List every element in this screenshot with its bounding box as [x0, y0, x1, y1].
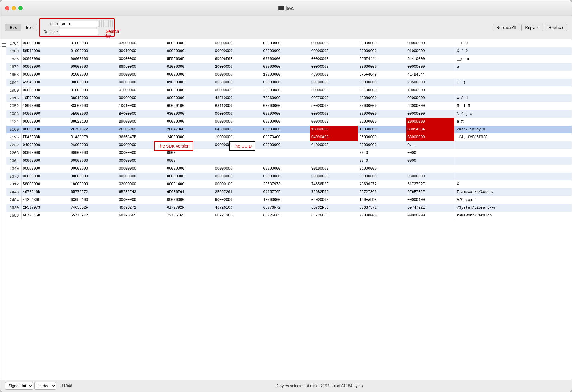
terminal-icon [278, 6, 284, 10]
replace-input[interactable] [59, 29, 98, 35]
hex-cell: 00000000 [358, 39, 406, 47]
text-cell [454, 173, 572, 180]
hex-cell: 00000000 [70, 165, 118, 173]
find-input[interactable] [59, 21, 98, 27]
hex-cell: 24000000 [166, 133, 214, 141]
hex-cell: 205D0000 [406, 79, 454, 86]
text-cell: /usr/lib/dyld [454, 126, 572, 133]
hex-cell-highlighted: B8D1A98A [406, 126, 454, 133]
statusbar-left: Signed Int le, dec -11848 [5, 382, 72, 390]
hex-cell: 01000000 [70, 47, 118, 55]
hex-cell: 07000000 [70, 39, 118, 47]
hex-cell: 00000100 [214, 180, 262, 188]
replace-all-button[interactable]: Replace All [493, 24, 520, 31]
extra-find-2 [101, 20, 102, 27]
hex-cell [262, 157, 310, 165]
extra-find-inputs [99, 20, 113, 27]
hex-cell: 4C696272 [118, 204, 166, 212]
hex-cell: 00 0 [358, 157, 406, 165]
hex-cell: 6172792F [166, 204, 214, 212]
offset-cell: 1980 [6, 86, 21, 94]
hex-cell: 4E4B4544 [406, 71, 454, 79]
hex-cell: 02000000 [118, 180, 166, 188]
hex-cell: 2F6C6962 [118, 126, 166, 133]
hex-cell-highlighted: 04090A00 [310, 133, 358, 141]
maximize-button[interactable] [18, 6, 23, 10]
hex-cell: 01000000 [118, 86, 166, 94]
hex-cell: 65776F72 [70, 188, 118, 196]
text-cell: __comr [454, 55, 572, 63]
hex-cell: 00000000 [310, 55, 358, 63]
hamburger-icon[interactable] [0, 42, 7, 48]
hex-cell: 50000000 [310, 102, 358, 110]
table-row: 2340 00000000 00000000 00000000 00000000… [6, 165, 572, 173]
hex-cell [262, 149, 310, 157]
table-row: 2232 04000000 2A000000 00000000 00000000… [6, 141, 572, 149]
hex-table: 1764 00000000 07000000 03000000 00000000… [6, 39, 572, 219]
extra-find-7 [110, 20, 111, 27]
minimize-button[interactable] [12, 6, 16, 10]
hex-cell: FDA3388D [21, 133, 70, 141]
hex-mode-button[interactable]: Hex [5, 24, 21, 31]
replace-button[interactable]: Replace [521, 24, 544, 31]
hex-scroll-area[interactable]: 1764 00000000 07000000 03000000 00000000… [6, 39, 572, 380]
hex-cell [214, 157, 262, 165]
hex-cell: 00000000 [166, 94, 214, 102]
hex-cell: 01000000 [358, 165, 406, 173]
hex-cell: 2F64796C [166, 126, 214, 133]
hex-cell: 18000000 [70, 180, 118, 188]
format-select[interactable]: le, dec [34, 382, 56, 390]
hex-cell: 2F537973 [262, 180, 310, 188]
replace-next-button[interactable]: Replace [545, 24, 567, 31]
close-button[interactable] [5, 6, 9, 10]
hex-cell: 901B0000 [310, 165, 358, 173]
offset-cell: 2016 [6, 94, 21, 102]
hex-cell: 6974792E [406, 204, 454, 212]
hex-cell: 00000000 [262, 79, 310, 86]
table-row: 2160 0C000000 2F757372 2F6C6962 2F64796C… [6, 126, 572, 133]
toolbar: Hex Text Find [0, 16, 572, 39]
hex-cell: 49540000 [21, 79, 70, 86]
hex-cell: 0C000000 [406, 173, 454, 180]
hex-cell: 00000000 [70, 157, 118, 165]
hex-cell: B1A390E8 [70, 133, 118, 141]
offset-cell: 2088 [6, 110, 21, 118]
hex-cell: 6F6E732F [406, 188, 454, 196]
hex-cell: 00000000 [118, 157, 166, 165]
window-title: java [278, 6, 294, 11]
hex-cell: 00000000 [358, 79, 406, 86]
hex-cell: 00000000 [21, 118, 70, 126]
hex-cell: 01000000 [406, 47, 454, 55]
offset-cell: 2448 [6, 188, 21, 196]
hex-cell: 10000000 [214, 133, 262, 141]
hex-cell: 00000000 [118, 55, 166, 63]
hex-cell: 00000000 [118, 149, 166, 157]
table-row: 2484 412F436F 636F6100 00000000 0C000000… [6, 196, 572, 204]
hex-cell: 00000000 [214, 86, 262, 94]
table-row: 1980 00000000 07000000 01000000 00000000… [6, 86, 572, 94]
table-row: 1908 00000000 01000000 00000000 00000000… [6, 71, 572, 79]
traffic-lights [5, 6, 23, 10]
text-cell: __D00 [454, 39, 572, 47]
type-select[interactable]: Signed Int [5, 382, 33, 390]
offset-cell: 2304 [6, 157, 21, 165]
text-mode-button[interactable]: Text [21, 24, 37, 31]
hex-cell: 05000000 [358, 133, 406, 141]
hex-cell: 10000000 [406, 86, 454, 94]
hex-cell [310, 149, 358, 157]
hex-cell: 6E726E65 [262, 212, 310, 219]
hex-cell: 00000000 [118, 141, 166, 149]
hex-cell: BA000000 [118, 110, 166, 118]
hex-cell: 04000000 [310, 141, 358, 149]
hex-cell: 00070A00 [262, 133, 310, 141]
hex-cell: 00000000 [406, 212, 454, 219]
hex-cell: 6D65776F [262, 188, 310, 196]
hex-cell: 5F5F4C49 [358, 71, 406, 79]
hex-cell: 4672616D [21, 188, 70, 196]
hex-cell: 20000000 [214, 63, 262, 71]
table-row: 1872 00000000 00000000 88D50000 01000000… [6, 63, 572, 71]
text-cell: à π [454, 118, 572, 126]
hex-cell: 0... [406, 141, 454, 149]
hex-cell: 10E00000 [21, 94, 70, 102]
offset-cell: 2160 [6, 126, 21, 133]
